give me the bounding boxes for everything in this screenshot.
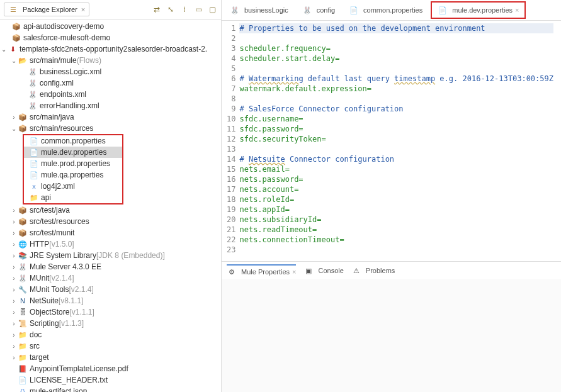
file-item[interactable]: 🐰endpoints.xml	[0, 89, 221, 100]
properties-file-icon: 📄	[349, 5, 359, 15]
folder-item[interactable]: ›📦src/test/java	[0, 204, 221, 216]
twisty-icon[interactable]: ›	[10, 354, 18, 361]
collapse-all-icon[interactable]: ⤡	[166, 4, 176, 14]
bottom-panel-content	[222, 279, 561, 392]
mule-properties-tab[interactable]: ⚙Mule Properties×	[227, 264, 296, 277]
minimize-icon[interactable]: ▭	[193, 4, 203, 14]
tree-label: salesforce-mulesoft-demo	[23, 33, 110, 42]
code-line	[239, 64, 553, 74]
mule-project-icon: 📦	[11, 33, 21, 43]
mule-config-icon: 🐰	[302, 5, 312, 15]
folder-item[interactable]: ⌄📂src/main/mule (Flows)	[0, 55, 221, 66]
editor-tab-common-properties[interactable]: 📄common.properties	[343, 3, 428, 18]
twisty-icon[interactable]: ›	[10, 218, 18, 225]
twisty-icon[interactable]: ›	[10, 114, 18, 121]
folder-item[interactable]: ›📦src/test/munit	[0, 227, 221, 238]
twisty-icon[interactable]: ›	[10, 343, 18, 350]
editor-tab-mule-dev-properties[interactable]: 📄mule.dev.properties×	[432, 3, 524, 18]
code-line: nets.readTimeout=	[239, 225, 317, 234]
twisty-icon[interactable]: ›	[10, 320, 18, 327]
twisty-icon[interactable]: ›	[10, 298, 18, 305]
twisty-icon[interactable]: ›	[10, 241, 18, 248]
mule-server-icon: 🐰	[18, 262, 28, 272]
folder-icon: 📁	[18, 352, 28, 362]
tree-label: MUnit Tools	[30, 285, 69, 294]
twisty-open-icon[interactable]: ⌄	[10, 57, 18, 64]
library-item[interactable]: ›🐰MUnit [v2.1.4]	[0, 272, 221, 284]
code-content[interactable]: # Properties to be used on the developme…	[239, 21, 553, 257]
twisty-icon[interactable]: ›	[10, 264, 18, 271]
close-icon[interactable]: ×	[81, 6, 85, 13]
project-item[interactable]: ⌄⬇template-sfdc2nets-opportunity2salesor…	[0, 43, 221, 55]
tree-label: src/test/munit	[30, 228, 74, 237]
munit-tools-icon: 🔧	[18, 284, 28, 294]
tree-suffix: [v8.1.1]	[59, 296, 83, 305]
text-editor[interactable]: 1234567891011121314151617181920212223 # …	[222, 21, 561, 257]
tree-label: MUnit	[30, 274, 49, 283]
file-item[interactable]: 📕AnypointTemplateLicense.pdf	[0, 363, 221, 374]
folder-item[interactable]: ›📁doc	[0, 329, 221, 340]
tree-label: NetSuite	[30, 296, 59, 305]
file-item[interactable]: 🐰businessLogic.xml	[0, 66, 221, 77]
view-menu-icon[interactable]: ⁞	[179, 4, 190, 14]
package-folder-icon: 📦	[18, 216, 28, 227]
folder-item[interactable]: 📁api	[24, 192, 122, 203]
package-explorer-panel: ☰ Package Explorer × ⇄ ⤡ ⁞ ▭ ▢ 📦api-auto…	[0, 0, 222, 392]
code-text: timestamp	[394, 74, 435, 83]
library-item[interactable]: ›📚JRE System Library [JDK 8 (Embedded)]	[0, 250, 221, 261]
project-tree[interactable]: 📦api-autodiscovery-demo 📦salesforce-mule…	[0, 20, 221, 392]
code-line: nets.password=	[239, 175, 303, 184]
close-icon[interactable]: ×	[515, 6, 519, 14]
twisty-icon[interactable]: ›	[10, 275, 18, 282]
library-item[interactable]: ›NNetSuite [v8.1.1]	[0, 295, 221, 306]
folder-item[interactable]: ›📁src	[0, 340, 221, 352]
twisty-icon[interactable]: ›	[10, 309, 18, 316]
properties-file-icon: 📄	[29, 147, 39, 157]
code-text: default last query	[303, 74, 395, 83]
file-item[interactable]: 🐰errorHandling.xml	[0, 100, 221, 111]
code-line	[239, 94, 553, 104]
console-tab[interactable]: ▣Console	[303, 266, 343, 276]
problems-tab[interactable]: ⚠Problems	[351, 266, 395, 276]
file-item[interactable]: 📄common.properties	[24, 135, 122, 147]
code-line: nets.email=	[239, 165, 289, 174]
editor-tab-businesslogic[interactable]: 🐰businessLogic	[224, 3, 294, 18]
mule-config-icon: 🐰	[28, 89, 38, 99]
code-line	[239, 33, 553, 43]
library-item[interactable]: ›🗄ObjectStore [v1.1.1]	[0, 306, 221, 318]
folder-item[interactable]: ›📦src/test/resources	[0, 216, 221, 227]
twisty-open-icon[interactable]: ⌄	[0, 46, 8, 53]
library-item[interactable]: ›🌐HTTP [v1.5.0]	[0, 238, 221, 250]
editor-tab-config[interactable]: 🐰config	[297, 3, 341, 18]
file-item[interactable]: xlog4j2.xml	[24, 181, 122, 192]
tree-suffix: [v1.1.3]	[59, 319, 84, 328]
folder-item[interactable]: ›📁target	[0, 352, 221, 363]
twisty-icon[interactable]: ›	[10, 332, 18, 339]
file-item[interactable]: 📄mule.qa.properties	[24, 169, 122, 181]
twisty-icon[interactable]: ›	[10, 286, 18, 293]
project-item[interactable]: 📦salesforce-mulesoft-demo	[0, 32, 221, 43]
maximize-icon[interactable]: ▢	[207, 4, 217, 14]
file-item[interactable]: 📄mule.dev.properties	[24, 147, 122, 158]
folder-item[interactable]: ›📦src/main/java	[0, 111, 221, 123]
twisty-icon[interactable]: ›	[10, 207, 18, 214]
code-line: scheduler.frequency=	[239, 44, 331, 53]
project-item[interactable]: 📦api-autodiscovery-demo	[0, 21, 221, 32]
file-item[interactable]: 🐰config.xml	[0, 77, 221, 89]
tree-label: Scripting	[30, 319, 59, 328]
package-explorer-tab[interactable]: ☰ Package Explorer ×	[4, 3, 89, 16]
file-item[interactable]: 📄LICENSE_HEADER.txt	[0, 374, 221, 386]
twisty-icon[interactable]: ›	[10, 230, 18, 237]
close-icon[interactable]: ×	[292, 268, 296, 276]
library-item[interactable]: ›🔧MUnit Tools [v2.1.4]	[0, 284, 221, 295]
library-item[interactable]: ›🐰Mule Server 4.3.0 EE	[0, 261, 221, 272]
twisty-icon[interactable]: ›	[10, 252, 18, 259]
json-file-icon: {}	[18, 386, 28, 392]
gear-icon: ⚙	[227, 267, 237, 277]
folder-item[interactable]: ⌄📦src/main/resources	[0, 123, 221, 134]
twisty-open-icon[interactable]: ⌄	[10, 125, 18, 132]
link-with-editor-icon[interactable]: ⇄	[152, 4, 162, 14]
library-item[interactable]: ›📜Scripting [v1.1.3]	[0, 318, 221, 329]
file-item[interactable]: {}mule-artifact.json	[0, 386, 221, 392]
file-item[interactable]: 📄mule.prod.properties	[24, 158, 122, 169]
